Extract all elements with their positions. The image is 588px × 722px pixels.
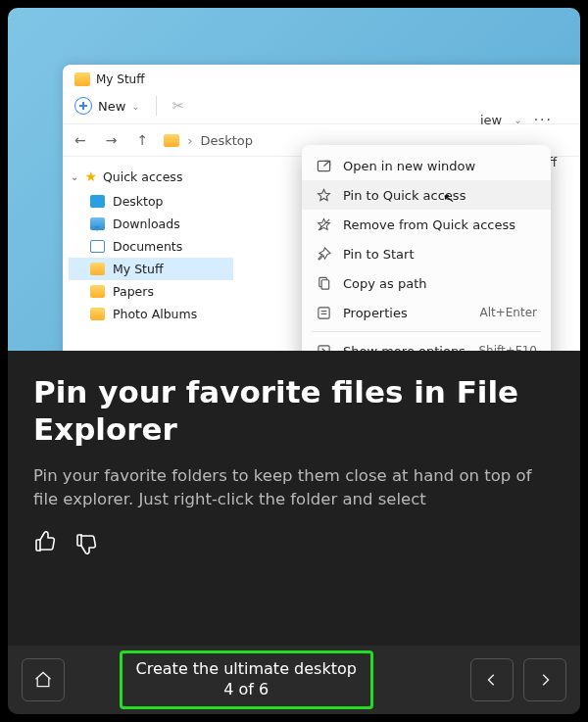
pager-footer: Create the ultimate desktop 4 of 6 [8,646,580,714]
ctx-show-more-options[interactable]: Show more options Shift+F10 [302,336,551,351]
cursor-icon: ↖ [442,189,456,207]
star-remove-icon [316,217,331,232]
sidebar-item-label: Downloads [113,217,180,231]
tip-title: Pin your favorite files in File Explorer [33,374,555,449]
back-icon[interactable]: ← [74,132,86,148]
sidebar-item-my-stuff[interactable]: My Stuff [69,258,233,280]
chevron-down-icon: ⌄ [514,115,521,125]
prev-button[interactable] [470,658,514,701]
sidebar-item-downloads[interactable]: Downloads [69,213,233,235]
more-options-icon [316,343,331,351]
folder-icon [90,308,105,320]
sidebar-item-label: My Stuff [113,262,164,276]
chevron-down-icon: ⌄ [71,171,78,182]
up-icon[interactable]: ↑ [136,132,148,148]
ctx-properties[interactable]: Properties Alt+Enter [302,298,551,327]
forward-icon[interactable]: → [106,132,118,148]
desktop-icon [90,195,105,208]
ctx-item-label: Show more options [343,344,466,352]
window-title: My Stuff [96,72,144,86]
ctx-copy-as-path[interactable]: Copy as path [302,268,551,298]
breadcrumb-segment: Desktop [200,133,253,148]
plus-icon [74,97,92,115]
folder-icon [90,285,105,298]
new-button-label: New [98,99,125,114]
context-menu: Open in new window Pin to Quick access R… [302,145,551,351]
sidebar-item-papers[interactable]: Papers [69,280,233,303]
ctx-open-new-window[interactable]: Open in new window [302,151,551,180]
sidebar-item-photo-albums[interactable]: Photo Albums [69,303,233,325]
next-button[interactable] [523,658,566,701]
properties-icon [316,305,331,320]
home-button[interactable] [22,658,65,701]
pager-position: 4 of 6 [136,680,357,700]
sidebar-item-label: Photo Albums [113,307,197,321]
pager-indicator: Create the ultimate desktop 4 of 6 [120,650,373,709]
tip-illustration: My Stuff New ⌄ ✂ ← → ↑ › [8,8,580,351]
breadcrumb[interactable]: › Desktop [164,133,253,148]
ctx-remove-quick-access[interactable]: Remove from Quick access [302,210,551,239]
view-label-fragment[interactable]: iew [480,113,502,127]
thumbs-down-button[interactable] [74,532,98,555]
ctx-pin-to-start[interactable]: Pin to Start [302,239,551,268]
star-icon [316,187,331,203]
feedback-row [33,530,555,554]
folder-icon [90,263,105,275]
nav-arrows: ← → ↑ [74,132,148,148]
folder-icon [74,72,90,86]
quick-access-header[interactable]: ⌄ ★ Quick access [69,167,233,190]
ctx-item-label: Remove from Quick access [343,217,515,232]
ctx-item-shortcut: Alt+Enter [479,306,537,319]
sidebar-item-label: Desktop [113,194,164,209]
window-icon [316,158,331,173]
copy-path-icon [316,275,331,291]
menu-separator [312,331,541,332]
downloads-icon [90,217,105,230]
sidebar-item-label: Papers [113,284,154,299]
file-explorer-window: My Stuff New ⌄ ✂ ← → ↑ › [63,65,580,351]
pager-title: Create the ultimate desktop [136,659,357,680]
sidebar-item-documents[interactable]: Documents [69,235,233,258]
ctx-item-label: Pin to Start [343,247,414,262]
ctx-item-label: Copy as path [343,276,427,291]
more-icon[interactable]: ··· [534,112,553,127]
sidebar-item-desktop[interactable]: Desktop [69,190,233,213]
tip-body: Pin your favorite folders to keep them c… [33,464,555,513]
nav-pane: ⌄ ★ Quick access Desktop Downloads Docum… [63,157,239,335]
svg-rect-4 [318,307,328,317]
star-icon: ★ [84,168,97,184]
ctx-item-shortcut: Shift+F10 [478,344,537,351]
new-button[interactable]: New ⌄ [74,97,140,115]
thumbs-up-button[interactable] [33,530,57,554]
chevron-down-icon: ⌄ [131,101,139,112]
ctx-pin-quick-access[interactable]: Pin to Quick access [302,180,551,210]
sidebar-item-label: Documents [113,239,182,254]
quick-access-label: Quick access [103,169,182,184]
pin-icon [316,246,331,262]
folder-icon [164,134,179,147]
tip-article: Pin your favorite files in File Explorer… [8,351,580,646]
ctx-item-label: Properties [343,306,408,320]
document-icon [90,240,105,253]
toolbar-separator [156,96,157,116]
ctx-item-label: Open in new window [343,159,475,173]
cut-icon[interactable]: ✂ [172,97,185,115]
svg-rect-3 [321,279,329,288]
